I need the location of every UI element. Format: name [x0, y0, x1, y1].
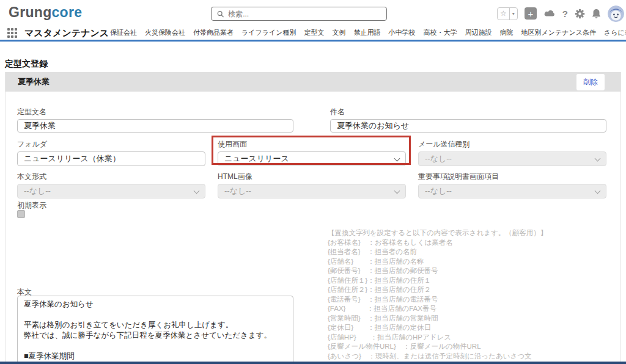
caret-down-icon[interactable]: ▾ [509, 8, 517, 20]
body-textarea[interactable]: 夏季休業のお知らせ 平素は格別のお引き立てをいただき厚くお礼申し上げます。 弊社… [17, 296, 293, 364]
hint-line: {お客様名} ：お客様名もしくは業者名 [328, 238, 620, 248]
cloud-icon[interactable] [543, 9, 556, 18]
field-label: 定型文名 [17, 107, 293, 117]
field-label: 重要事項説明書画面項目 [418, 172, 606, 182]
nav-tab-shuhenshisetsu[interactable]: 周辺施設 [465, 28, 492, 37]
mail-send-type-value: --なし-- [425, 153, 452, 164]
brand-logo-blue: core [52, 4, 83, 20]
record-card-body: 定型文名 件名 フォルダ 使用画面 ニュースリリース メール送信種別 [6, 92, 620, 364]
field-use-screen: 使用画面 ニュースリリース [218, 139, 406, 166]
body-format-select[interactable]: --なし-- [17, 184, 205, 198]
body-format-value: --なし-- [24, 186, 51, 197]
field-html-image: HTML画像 --なし-- [218, 172, 406, 198]
star-icon[interactable]: ☆ [498, 8, 509, 20]
app-window: Grungcore ☆ ▾ + ? [0, 0, 626, 364]
field-body-format: 本文形式 --なし-- [17, 172, 205, 198]
hint-line: {あいさつ} ：現時刻、または送信予定時刻に沿ったあいさつ文 [328, 352, 620, 362]
bell-icon[interactable] [592, 9, 601, 19]
folder-input[interactable] [17, 151, 205, 166]
app-launcher-waffle-icon[interactable] [7, 28, 17, 38]
nav-more-label: さらに表示 [604, 28, 626, 37]
app-nav-bar: マスタメンテナンス 保証会社 火災保険会社 付帯商品業者 ライフライン種別 定型… [0, 26, 626, 42]
chevron-down-icon [595, 188, 601, 194]
important-doc-item-value: --なし-- [425, 186, 452, 197]
use-screen-value: ニュースリリース [224, 153, 289, 164]
record-card: 夏季休業 削除 定型文名 件名 フォルダ 使用画面 ニュースリリース [5, 72, 621, 364]
chevron-down-icon [595, 156, 601, 162]
nav-tab-chikubetsu[interactable]: 地区別メンテナンス条件 [521, 28, 597, 37]
hint-line: {反響メール物件URL} ：反響メールの物件URL [328, 342, 620, 352]
nav-tab-futaishohin[interactable]: 付帯商品業者 [193, 28, 234, 37]
initial-display-checkbox[interactable] [17, 210, 25, 218]
top-bar: Grungcore ☆ ▾ + ? [0, 0, 626, 26]
hint-line: {電話番号} ：担当店舗の電話番号 [328, 295, 620, 305]
nav-tabs: 保証会社 火災保険会社 付帯商品業者 ライフライン種別 定型文 文例 禁止用語 … [110, 26, 626, 40]
gear-icon[interactable] [575, 9, 585, 19]
nav-tab-hoshogaisha[interactable]: 保証会社 [110, 28, 137, 37]
hint-line: {定休日} ：担当店舗の定休日 [328, 323, 620, 333]
nav-tab-lifeline[interactable]: ライフライン種別 [241, 28, 296, 37]
hint-line: {店舗住所１}：担当店舗の住所１ [328, 276, 620, 286]
nav-tab-byoin[interactable]: 病院 [500, 28, 514, 37]
mail-send-type-select[interactable]: --なし-- [418, 151, 606, 166]
page-title: 定型文登録 [5, 59, 48, 70]
field-label: フォルダ [17, 139, 205, 150]
hint-line: {店舗HP} ：担当店舗のHPアドレス [328, 333, 620, 343]
hint-line: {郵便番号} ：担当店舗の郵便番号 [328, 266, 620, 276]
hint-line: {担当者名} ：担当者の名前 [328, 247, 620, 257]
field-label: 本文形式 [17, 172, 205, 182]
delete-button[interactable]: 削除 [576, 74, 605, 90]
field-label: 初期表示 [17, 200, 46, 211]
hint-line: {店舗名} ：担当店舗の名称 [328, 257, 620, 267]
search-input[interactable] [228, 10, 381, 18]
replacement-hint-block: 【置換文字列を設定すると以下の内容で表示されます。（顧客用）】 {お客様名} ：… [328, 228, 620, 361]
hint-line: {店舗住所２}：担当店舗の住所２ [328, 285, 620, 295]
record-title: 夏季休業 [18, 76, 50, 87]
use-screen-select[interactable]: ニュースリリース [218, 151, 406, 166]
nav-more-button[interactable]: さらに表示 ▼ [604, 28, 626, 37]
nav-tab-bunrei[interactable]: 文例 [333, 28, 346, 37]
chevron-down-icon [394, 156, 400, 162]
brand-logo-gray: Grung [9, 4, 52, 20]
app-name[interactable]: マスタメンテナンス [24, 27, 109, 39]
avatar[interactable] [608, 5, 624, 22]
field-label: 使用画面 [218, 139, 406, 150]
chevron-down-icon [394, 188, 400, 194]
template-name-input[interactable] [17, 119, 293, 133]
favorites-group: ☆ ▾ [497, 7, 518, 20]
field-template-name: 定型文名 [17, 107, 293, 133]
header-actions: ☆ ▾ + ? [497, 5, 624, 22]
hint-line: {FAX} ：担当店舗のFAX番号 [328, 304, 620, 314]
nav-tab-kokodaigaku[interactable]: 高校・大学 [424, 28, 457, 37]
important-doc-item-select[interactable]: --なし-- [418, 184, 606, 198]
field-folder: フォルダ [17, 139, 205, 166]
nav-tab-kinshiyogo[interactable]: 禁止用語 [354, 28, 381, 37]
search-icon [217, 10, 224, 18]
nav-tab-kasaihoken[interactable]: 火災保険会社 [145, 28, 185, 37]
record-card-header: 夏季休業 削除 [6, 72, 620, 92]
subject-input[interactable] [330, 119, 606, 133]
html-image-value: --なし-- [224, 186, 251, 197]
html-image-select[interactable]: --なし-- [218, 184, 406, 198]
field-important-doc-item: 重要事項説明書画面項目 --なし-- [418, 172, 606, 198]
nav-tab-teikeibun[interactable]: 定型文 [304, 28, 325, 37]
chevron-down-icon [194, 188, 200, 194]
brand-logo[interactable]: Grungcore [9, 4, 82, 21]
field-label: HTML画像 [218, 172, 406, 182]
plus-icon[interactable]: + [525, 7, 537, 20]
field-mail-send-type: メール送信種別 --なし-- [418, 139, 606, 166]
field-subject: 件名 [330, 107, 606, 133]
field-label: メール送信種別 [418, 139, 606, 150]
bottom-divider-bar [0, 362, 626, 364]
question-mark-icon[interactable]: ? [562, 9, 568, 19]
global-search[interactable] [211, 7, 387, 21]
nav-tab-shochugakko[interactable]: 小中学校 [389, 28, 416, 37]
hint-line: {営業時間} ：担当店舗の営業時間 [328, 314, 620, 324]
hint-title: 【置換文字列を設定すると以下の内容で表示されます。（顧客用）】 [328, 228, 620, 238]
field-label: 件名 [330, 107, 606, 117]
